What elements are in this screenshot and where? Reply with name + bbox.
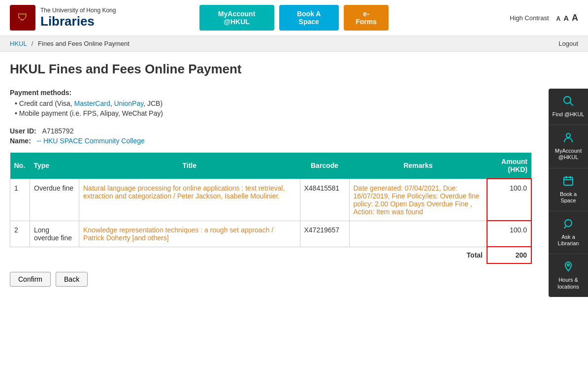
list-item: Mobile payment (i.e. FPS, Alipay, WeChat…: [15, 109, 532, 117]
header-right: High Contrast A A A: [389, 13, 578, 23]
total-label: Total: [10, 247, 488, 263]
row1-title: Natural language processing for online a…: [79, 179, 300, 221]
font-medium-button[interactable]: A: [563, 14, 569, 22]
content-area: HKUL Fines and Fees Online Payment Payme…: [0, 52, 588, 296]
right-sidebar: Find @HKUL MyAccount @HKUL Book a Space: [549, 89, 588, 296]
sidebar-item-myaccount[interactable]: MyAccount @HKUL: [549, 125, 588, 168]
row1-amount: 100.0: [487, 179, 531, 221]
row2-no: 2: [10, 221, 30, 247]
layout-wrapper: HKUL Fines and Fees Online Payment Payme…: [0, 52, 588, 296]
payment-methods-label: Payment methods:: [10, 89, 532, 97]
col-amount: Amount (HKD): [487, 153, 531, 179]
font-large-button[interactable]: A: [572, 13, 578, 23]
breadcrumb-bar: HKUL / Fines and Fees Online Payment Log…: [0, 36, 588, 52]
list-item: Credit card (Visa, MasterCard, UnionPay,…: [15, 99, 532, 107]
breadcrumb-hkul[interactable]: HKUL: [10, 40, 27, 47]
page-title: HKUL Fines and Fees Online Payment: [10, 62, 532, 77]
row2-barcode: X47219657: [300, 221, 349, 247]
svg-text:🛡: 🛡: [18, 12, 28, 23]
font-size-controls: A A A: [556, 13, 579, 23]
high-contrast-link[interactable]: High Contrast: [510, 14, 549, 22]
sidebar-item-book-space[interactable]: Book a Space: [549, 168, 588, 211]
table-row: 2 Long overdue fine Knowledge representa…: [10, 221, 532, 247]
row2-title: Knowledge representation techniques : a …: [79, 221, 300, 247]
user-id-row: User ID: A7185792: [10, 127, 532, 135]
row1-no: 1: [10, 179, 30, 221]
svg-rect-5: [564, 177, 573, 185]
university-name: The University of Hong Kong: [40, 7, 116, 14]
logo-text: The University of Hong Kong Libraries: [40, 7, 116, 29]
name-row: Name: -- HKU SPACE Community College: [10, 137, 532, 145]
location-pin-icon: [563, 261, 574, 275]
table-body: 1 Overdue fine Natural language processi…: [10, 179, 532, 263]
payment-methods-list: Credit card (Visa, MasterCard, UnionPay,…: [10, 99, 532, 117]
search-icon: [563, 96, 574, 109]
logout-link[interactable]: Logout: [558, 40, 578, 47]
breadcrumb: HKUL / Fines and Fees Online Payment: [10, 40, 130, 47]
book-space-button[interactable]: Book A Space: [279, 5, 339, 31]
user-id-value: A7185792: [42, 127, 74, 135]
row2-type: Long overdue fine: [30, 221, 79, 247]
person-icon: [563, 132, 574, 146]
chat-icon: [563, 218, 574, 232]
sidebar-find-label: Find @HKUL: [553, 111, 585, 118]
table-row: 1 Overdue fine Natural language processi…: [10, 179, 532, 221]
row2-amount: 100.0: [487, 221, 531, 247]
name-value: -- HKU SPACE Community College: [37, 137, 145, 145]
libraries-title: Libraries: [40, 14, 116, 29]
col-barcode: Barcode: [300, 153, 349, 179]
header: 🛡 The University of Hong Kong Libraries …: [0, 0, 588, 36]
row2-remarks: [349, 221, 487, 247]
calendar-icon: [563, 175, 574, 189]
name-label: Name:: [10, 137, 31, 145]
breadcrumb-current: Fines and Fees Online Payment: [38, 40, 130, 47]
col-type: Type: [30, 153, 79, 179]
total-amount: 200: [487, 247, 531, 263]
logo-area: 🛡 The University of Hong Kong Libraries: [10, 5, 199, 31]
action-buttons: Confirm Back: [10, 272, 532, 287]
sidebar-item-hours-locations[interactable]: Hours & locations: [549, 254, 588, 296]
user-id-label: User ID:: [10, 127, 36, 135]
sidebar-item-ask-librarian[interactable]: Ask a Librarian: [549, 211, 588, 254]
col-title: Title: [79, 153, 300, 179]
font-small-button[interactable]: A: [556, 15, 561, 22]
row1-type: Overdue fine: [30, 179, 79, 221]
fines-table: No. Type Title Barcode Remarks Amount (H…: [10, 153, 532, 264]
university-shield-icon: 🛡: [10, 5, 35, 31]
breadcrumb-separator: /: [32, 40, 33, 47]
svg-point-9: [565, 220, 572, 227]
back-button[interactable]: Back: [56, 272, 88, 287]
payment-methods: Payment methods: Credit card (Visa, Mast…: [10, 89, 532, 117]
sidebar-hours-locations-label: Hours & locations: [552, 277, 585, 290]
svg-point-10: [567, 264, 569, 266]
col-remarks: Remarks: [349, 153, 487, 179]
table-header: No. Type Title Barcode Remarks Amount (H…: [10, 153, 532, 179]
sidebar-myaccount-label: MyAccount @HKUL: [552, 148, 585, 161]
user-info: User ID: A7185792 Name: -- HKU SPACE Com…: [10, 127, 532, 145]
sidebar-book-space-label: Book a Space: [552, 191, 585, 204]
sidebar-item-find[interactable]: Find @HKUL: [549, 89, 588, 125]
row1-remarks: Date generated: 07/04/2021, Due: 16/07/2…: [349, 179, 487, 221]
nav-buttons: MyAccount @HKUL Book A Space e-Forms: [199, 5, 389, 31]
svg-line-3: [570, 102, 573, 105]
total-row: Total 200: [10, 247, 532, 263]
row1-barcode: X48415581: [300, 179, 349, 221]
main-content: HKUL Fines and Fees Online Payment Payme…: [0, 52, 542, 296]
myaccount-button[interactable]: MyAccount @HKUL: [199, 5, 274, 31]
eforms-button[interactable]: e-Forms: [344, 5, 389, 31]
col-no: No.: [10, 153, 30, 179]
svg-point-4: [566, 133, 570, 137]
sidebar-ask-librarian-label: Ask a Librarian: [552, 234, 585, 247]
confirm-button[interactable]: Confirm: [10, 272, 51, 287]
